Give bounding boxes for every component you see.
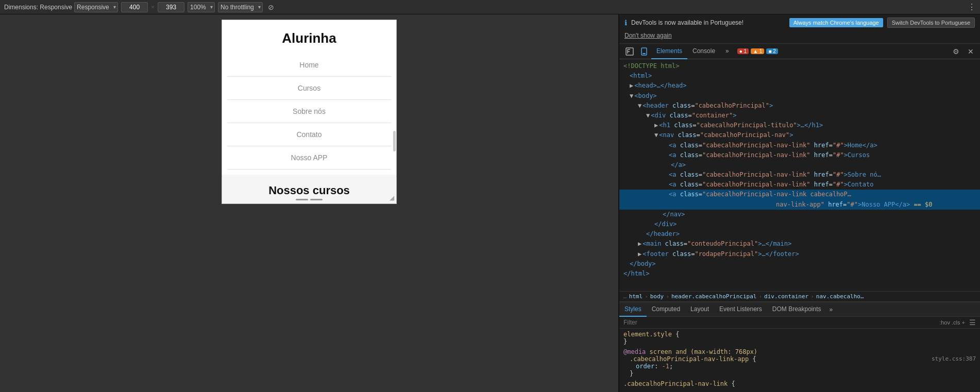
dimensions-select-wrapper[interactable]: Responsive	[74, 2, 118, 12]
styles-content: element.style { } @media screen and (max…	[619, 329, 980, 392]
notification-row: ℹ DevTools is now available in Portugues…	[624, 18, 975, 28]
zoom-select[interactable]: 100%	[188, 2, 215, 12]
dom-line-body-close[interactable]: </body>	[619, 259, 980, 269]
dom-line-main[interactable]: ▶<main class="conteudoPrincipal">…</main…	[619, 239, 980, 249]
css-rule-closing: }	[623, 370, 976, 377]
dom-line-html[interactable]: <html>	[619, 71, 980, 81]
styles-filter-input[interactable]	[623, 319, 935, 326]
throttling-select-wrapper[interactable]: No throttling	[218, 2, 263, 12]
width-input[interactable]	[121, 2, 148, 12]
dom-line-a-app[interactable]: <a class="cabecalhoPrincipal-nav-link ca…	[619, 190, 980, 209]
tab-actions: ⚙ ✕	[950, 45, 977, 58]
styles-tabs: Styles Computed Layout Event Listeners D…	[619, 302, 980, 317]
dimensions-select[interactable]: Responsive	[74, 2, 118, 12]
devtools-notification: ℹ DevTools is now available in Portugues…	[619, 14, 980, 44]
dom-line-html-close[interactable]: </html>	[619, 269, 980, 279]
device-bottom-bar	[296, 199, 323, 200]
css-source-link[interactable]: style.css:387	[932, 355, 976, 362]
device-header: Alurinha Home Cursos Sobre nós Contato N…	[222, 20, 396, 175]
device-icon[interactable]	[637, 45, 651, 58]
svg-rect-5	[643, 53, 646, 54]
styles-filter-bar: :hov .cls + ☰	[619, 317, 980, 329]
nav-link-app[interactable]: Nosso APP	[227, 146, 391, 169]
main-area: Alurinha Home Cursos Sobre nós Contato N…	[0, 14, 980, 392]
more-options-icon[interactable]: ⋮	[968, 2, 976, 12]
bottom-bar-line-1	[296, 199, 308, 200]
css-rule-element: element.style { }	[623, 331, 976, 345]
match-language-button[interactable]: Always match Chrome's language	[789, 18, 883, 27]
tab-more[interactable]: »	[720, 44, 734, 59]
tab-event-listeners[interactable]: Event Listeners	[714, 302, 767, 317]
tab-console[interactable]: Console	[687, 44, 720, 59]
height-input[interactable]	[158, 2, 184, 12]
nav-link-contato[interactable]: Contato	[227, 123, 391, 146]
dom-line-h1[interactable]: ▶<h1 class="cabecalhoPrincipal-titulo">……	[619, 121, 980, 130]
css-rule-media: @media screen and (max-width: 768px) .ca…	[623, 348, 976, 377]
dom-line-div-container[interactable]: ▼<div class="container">	[619, 111, 980, 121]
dimensions-label: Dimensions: Responsive	[4, 4, 72, 11]
dom-line-nav-close[interactable]: </nav>	[619, 210, 980, 219]
nav-link-home[interactable]: Home	[227, 54, 391, 77]
nav-link-sobre[interactable]: Sobre nós	[227, 100, 391, 123]
throttling-group: No throttling	[218, 2, 263, 12]
dom-line-head[interactable]: ▶<head>…</head>	[619, 81, 980, 91]
throttle-settings-icon[interactable]: ⊘	[266, 2, 276, 12]
tab-styles[interactable]: Styles	[619, 302, 647, 317]
dom-line-a-home[interactable]: <a class="cabecalhoPrincipal-nav-link" h…	[619, 141, 980, 150]
dom-line-header-close[interactable]: </header>	[619, 229, 980, 239]
dom-tree[interactable]: <!DOCTYPE html> <html> ▶<head>…</head> ▼…	[619, 59, 980, 291]
notification-text: DevTools is now available in Portuguese!	[631, 19, 785, 26]
bc-body[interactable]: body	[650, 293, 664, 300]
device-scrollbar[interactable]	[393, 131, 396, 151]
throttling-select[interactable]: No throttling	[218, 2, 263, 12]
bc-html[interactable]: html	[629, 293, 643, 300]
badge-error: ● 1	[737, 48, 749, 54]
dom-line-div-close[interactable]: </div>	[619, 219, 980, 229]
dom-line-a-cursos[interactable]: <a class="cabecalhoPrincipal-nav-link" h…	[619, 150, 980, 160]
dom-line-a-contato[interactable]: <a class="cabecalhoPrincipal-nav-link" h…	[619, 180, 980, 190]
nossos-cursos-title: Nossos cursos	[222, 184, 396, 197]
tab-more-styles[interactable]: »	[826, 304, 836, 315]
gear-icon[interactable]: ⚙	[950, 45, 962, 58]
css-element-closing: }	[623, 338, 976, 345]
css-element-selector: element.style {	[623, 331, 976, 338]
size-group: ×	[121, 2, 184, 12]
dimensions-group: Dimensions: Responsive Responsive	[4, 2, 118, 12]
dom-line-nav[interactable]: ▼<nav class="cabecalhoPrincipal-nav">	[619, 130, 980, 140]
inspect-icon[interactable]	[622, 45, 637, 58]
nav-link-cursos[interactable]: Cursos	[227, 77, 391, 100]
dont-show-button[interactable]: Don't show again	[624, 31, 975, 40]
bc-div[interactable]: div.container	[764, 293, 808, 300]
dom-line-doctype[interactable]: <!DOCTYPE html>	[619, 61, 980, 71]
bc-nav[interactable]: nav.cabecalho…	[816, 293, 864, 300]
zoom-select-wrapper[interactable]: 100%	[188, 2, 215, 12]
add-style-icon[interactable]: ☰	[969, 318, 976, 327]
site-title: Alurinha	[282, 30, 336, 46]
zoom-group: 100%	[188, 2, 215, 12]
switch-devtools-button[interactable]: Switch DevTools to Portuguese	[887, 18, 975, 28]
pseudo-class-filter[interactable]: :hov .cls +	[939, 319, 965, 326]
css-prop-order: order: -1;	[623, 363, 976, 370]
dom-line-header[interactable]: ▼<header class="cabecalhoPrincipal">	[619, 101, 980, 111]
nav-links: Home Cursos Sobre nós Contato Nosso APP	[227, 54, 391, 169]
styles-panel: Styles Computed Layout Event Listeners D…	[619, 302, 980, 392]
tab-computed[interactable]: Computed	[647, 302, 685, 317]
breadcrumb-bar: … html › body › header.cabecalhoPrincipa…	[619, 291, 980, 302]
dom-line-footer[interactable]: ▶<footer class="rodapePrincipal">…</foot…	[619, 249, 980, 259]
tab-badges: ● 1 ▲ 1 ■ 2	[737, 48, 778, 54]
dom-line-a-sobre[interactable]: <a class="cabecalhoPrincipal-nav-link" h…	[619, 170, 980, 180]
close-icon[interactable]: ✕	[965, 45, 977, 58]
devtools-panel: ℹ DevTools is now available in Portugues…	[618, 14, 980, 392]
tab-elements[interactable]: Elements	[651, 44, 687, 59]
resize-handle[interactable]: ◢	[390, 194, 394, 201]
dom-line-body[interactable]: ▼<body>	[619, 91, 980, 101]
badge-warning: ▲ 1	[751, 48, 764, 54]
tab-layout[interactable]: Layout	[685, 302, 714, 317]
css-class-sel: .cabecalhoPrincipal-nav-link-app { style…	[623, 355, 976, 363]
dom-line-a-cursos-end[interactable]: </a>	[619, 160, 980, 170]
devtools-tabs: Elements Console » ● 1 ▲ 1 ■ 2 ⚙ ✕	[619, 44, 980, 59]
top-toolbar: Dimensions: Responsive Responsive × 100%…	[0, 0, 980, 14]
bc-header[interactable]: header.cabecalhoPrincipal	[671, 293, 757, 300]
css-rule-next: .cabecalhoPrincipal-nav-link {	[623, 380, 976, 387]
tab-dom-breakpoints[interactable]: DOM Breakpoints	[767, 302, 826, 317]
